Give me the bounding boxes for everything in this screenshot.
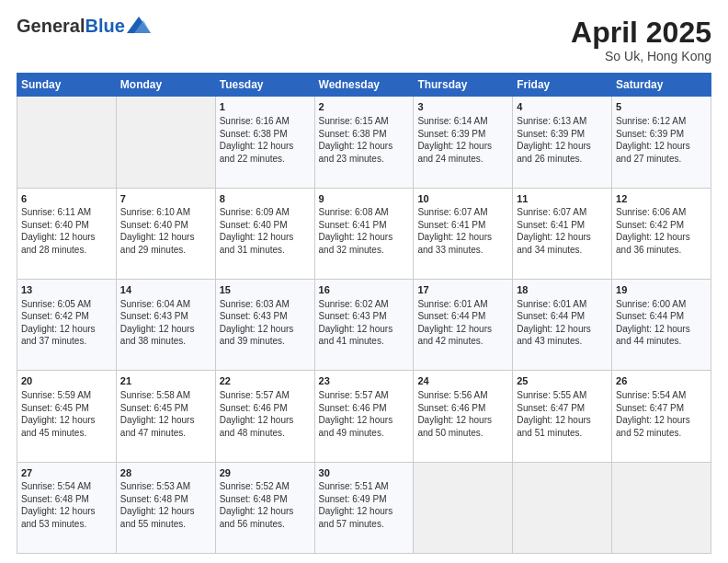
logo-icon — [127, 17, 151, 33]
calendar-cell: 14Sunrise: 6:04 AM Sunset: 6:43 PM Dayli… — [116, 279, 215, 370]
day-number: 20 — [21, 374, 112, 388]
day-info: Sunrise: 6:05 AM Sunset: 6:42 PM Dayligh… — [21, 298, 112, 348]
day-number: 30 — [319, 466, 410, 480]
page: GeneralBlue April 2025 So Uk, Hong Kong … — [0, 0, 728, 563]
day-info: Sunrise: 6:13 AM Sunset: 6:39 PM Dayligh… — [517, 115, 608, 165]
day-info: Sunrise: 6:00 AM Sunset: 6:44 PM Dayligh… — [616, 298, 707, 348]
day-info: Sunrise: 5:51 AM Sunset: 6:49 PM Dayligh… — [319, 480, 410, 530]
calendar-week-row: 13Sunrise: 6:05 AM Sunset: 6:42 PM Dayli… — [17, 279, 711, 370]
day-number: 3 — [417, 100, 508, 114]
day-number: 18 — [517, 283, 608, 297]
day-number: 7 — [120, 192, 211, 206]
day-info: Sunrise: 6:14 AM Sunset: 6:39 PM Dayligh… — [417, 115, 508, 165]
day-info: Sunrise: 5:55 AM Sunset: 6:47 PM Dayligh… — [517, 389, 608, 439]
day-info: Sunrise: 5:52 AM Sunset: 6:48 PM Dayligh… — [220, 480, 311, 530]
day-number: 19 — [616, 283, 707, 297]
calendar-cell: 21Sunrise: 5:58 AM Sunset: 6:45 PM Dayli… — [116, 371, 215, 462]
day-number: 21 — [120, 374, 211, 388]
calendar-cell: 7Sunrise: 6:10 AM Sunset: 6:40 PM Daylig… — [116, 188, 215, 279]
calendar-cell: 4Sunrise: 6:13 AM Sunset: 6:39 PM Daylig… — [513, 97, 612, 188]
day-number: 27 — [21, 466, 112, 480]
calendar-week-row: 20Sunrise: 5:59 AM Sunset: 6:45 PM Dayli… — [17, 371, 711, 462]
calendar-cell: 2Sunrise: 6:15 AM Sunset: 6:38 PM Daylig… — [314, 97, 414, 188]
day-info: Sunrise: 6:01 AM Sunset: 6:44 PM Dayligh… — [517, 298, 608, 348]
day-number: 16 — [319, 283, 410, 297]
calendar-cell: 1Sunrise: 6:16 AM Sunset: 6:38 PM Daylig… — [215, 97, 314, 188]
calendar-cell — [513, 462, 612, 553]
day-header-friday: Friday — [513, 74, 612, 97]
calendar-cell: 20Sunrise: 5:59 AM Sunset: 6:45 PM Dayli… — [17, 371, 117, 462]
day-number: 2 — [319, 100, 410, 114]
day-number: 25 — [517, 374, 608, 388]
calendar-cell: 5Sunrise: 6:12 AM Sunset: 6:39 PM Daylig… — [612, 97, 711, 188]
calendar-cell: 12Sunrise: 6:06 AM Sunset: 6:42 PM Dayli… — [612, 188, 711, 279]
calendar-cell — [414, 462, 513, 553]
day-header-monday: Monday — [116, 74, 215, 97]
day-info: Sunrise: 6:07 AM Sunset: 6:41 PM Dayligh… — [417, 206, 508, 256]
day-info: Sunrise: 5:56 AM Sunset: 6:46 PM Dayligh… — [417, 389, 508, 439]
day-number: 9 — [319, 192, 410, 206]
calendar-table: SundayMondayTuesdayWednesdayThursdayFrid… — [17, 73, 711, 554]
day-number: 10 — [417, 192, 508, 206]
day-header-tuesday: Tuesday — [215, 74, 314, 97]
day-info: Sunrise: 6:12 AM Sunset: 6:39 PM Dayligh… — [616, 115, 707, 165]
calendar-cell: 22Sunrise: 5:57 AM Sunset: 6:46 PM Dayli… — [215, 371, 314, 462]
day-info: Sunrise: 6:07 AM Sunset: 6:41 PM Dayligh… — [517, 206, 608, 256]
calendar-cell: 25Sunrise: 5:55 AM Sunset: 6:47 PM Dayli… — [513, 371, 612, 462]
calendar-cell: 28Sunrise: 5:53 AM Sunset: 6:48 PM Dayli… — [116, 462, 215, 553]
calendar-cell: 9Sunrise: 6:08 AM Sunset: 6:41 PM Daylig… — [314, 188, 414, 279]
calendar-cell: 16Sunrise: 6:02 AM Sunset: 6:43 PM Dayli… — [314, 279, 414, 370]
day-number: 8 — [220, 192, 311, 206]
day-number: 28 — [120, 466, 211, 480]
day-info: Sunrise: 6:04 AM Sunset: 6:43 PM Dayligh… — [120, 298, 211, 348]
day-info: Sunrise: 5:54 AM Sunset: 6:48 PM Dayligh… — [21, 480, 112, 530]
day-info: Sunrise: 5:59 AM Sunset: 6:45 PM Dayligh… — [21, 389, 112, 439]
calendar-cell: 29Sunrise: 5:52 AM Sunset: 6:48 PM Dayli… — [215, 462, 314, 553]
day-info: Sunrise: 5:53 AM Sunset: 6:48 PM Dayligh… — [120, 480, 211, 530]
day-number: 14 — [120, 283, 211, 297]
day-number: 22 — [220, 374, 311, 388]
day-header-saturday: Saturday — [612, 74, 711, 97]
day-info: Sunrise: 6:15 AM Sunset: 6:38 PM Dayligh… — [319, 115, 410, 165]
day-header-sunday: Sunday — [17, 74, 117, 97]
day-info: Sunrise: 6:10 AM Sunset: 6:40 PM Dayligh… — [120, 206, 211, 256]
day-number: 23 — [319, 374, 410, 388]
day-info: Sunrise: 5:54 AM Sunset: 6:47 PM Dayligh… — [616, 389, 707, 439]
day-info: Sunrise: 6:02 AM Sunset: 6:43 PM Dayligh… — [319, 298, 410, 348]
day-info: Sunrise: 5:57 AM Sunset: 6:46 PM Dayligh… — [319, 389, 410, 439]
header: GeneralBlue April 2025 So Uk, Hong Kong — [17, 17, 711, 63]
title-block: April 2025 So Uk, Hong Kong — [571, 17, 711, 63]
calendar-title: April 2025 — [571, 17, 711, 49]
logo: GeneralBlue — [17, 17, 151, 35]
day-info: Sunrise: 5:57 AM Sunset: 6:46 PM Dayligh… — [220, 389, 311, 439]
calendar-cell: 11Sunrise: 6:07 AM Sunset: 6:41 PM Dayli… — [513, 188, 612, 279]
calendar-cell: 24Sunrise: 5:56 AM Sunset: 6:46 PM Dayli… — [414, 371, 513, 462]
day-info: Sunrise: 6:01 AM Sunset: 6:44 PM Dayligh… — [417, 298, 508, 348]
day-number: 12 — [616, 192, 707, 206]
day-info: Sunrise: 5:58 AM Sunset: 6:45 PM Dayligh… — [120, 389, 211, 439]
day-info: Sunrise: 6:11 AM Sunset: 6:40 PM Dayligh… — [21, 206, 112, 256]
day-number: 17 — [417, 283, 508, 297]
day-number: 4 — [517, 100, 608, 114]
day-info: Sunrise: 6:03 AM Sunset: 6:43 PM Dayligh… — [220, 298, 311, 348]
day-number: 5 — [616, 100, 707, 114]
calendar-week-row: 6Sunrise: 6:11 AM Sunset: 6:40 PM Daylig… — [17, 188, 711, 279]
calendar-cell: 10Sunrise: 6:07 AM Sunset: 6:41 PM Dayli… — [414, 188, 513, 279]
day-number: 13 — [21, 283, 112, 297]
day-info: Sunrise: 6:09 AM Sunset: 6:40 PM Dayligh… — [220, 206, 311, 256]
calendar-cell: 17Sunrise: 6:01 AM Sunset: 6:44 PM Dayli… — [414, 279, 513, 370]
day-number: 11 — [517, 192, 608, 206]
calendar-cell: 8Sunrise: 6:09 AM Sunset: 6:40 PM Daylig… — [215, 188, 314, 279]
calendar-cell: 26Sunrise: 5:54 AM Sunset: 6:47 PM Dayli… — [612, 371, 711, 462]
logo-blue: Blue — [85, 16, 124, 36]
day-number: 24 — [417, 374, 508, 388]
calendar-cell: 6Sunrise: 6:11 AM Sunset: 6:40 PM Daylig… — [17, 188, 117, 279]
day-header-wednesday: Wednesday — [314, 74, 414, 97]
calendar-week-row: 27Sunrise: 5:54 AM Sunset: 6:48 PM Dayli… — [17, 462, 711, 553]
calendar-cell — [612, 462, 711, 553]
calendar-cell: 3Sunrise: 6:14 AM Sunset: 6:39 PM Daylig… — [414, 97, 513, 188]
calendar-subtitle: So Uk, Hong Kong — [571, 49, 711, 63]
day-number: 29 — [220, 466, 311, 480]
day-number: 6 — [21, 192, 112, 206]
calendar-cell: 30Sunrise: 5:51 AM Sunset: 6:49 PM Dayli… — [314, 462, 414, 553]
